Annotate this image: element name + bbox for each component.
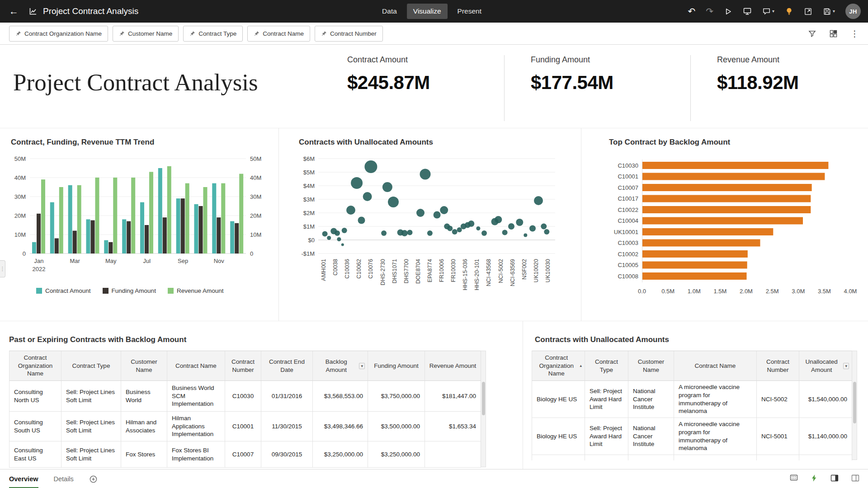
table-cell[interactable]: $3,568,553.00: [313, 381, 368, 412]
legend-item[interactable]: Contract Amount: [36, 287, 91, 294]
bar[interactable]: [95, 178, 99, 253]
bar[interactable]: [642, 162, 828, 169]
undo-icon[interactable]: ↶: [688, 7, 695, 16]
bubble[interactable]: [346, 206, 355, 215]
table-cell[interactable]: Consulting North US: [9, 381, 61, 412]
bubble[interactable]: [427, 230, 433, 236]
table-cell[interactable]: $3,250,000.00: [368, 441, 425, 468]
table-cell[interactable]: Fox Stores: [121, 441, 167, 468]
bar[interactable]: [50, 202, 54, 253]
bar[interactable]: [642, 217, 803, 225]
bubble[interactable]: [322, 231, 328, 237]
column-header[interactable]: Contract Number: [225, 351, 261, 381]
bubble[interactable]: [476, 226, 480, 230]
column-menu-icon[interactable]: ▾: [843, 363, 849, 369]
bar[interactable]: [145, 225, 149, 253]
table-cell[interactable]: [425, 441, 481, 468]
canvas-tab-overview[interactable]: Overview: [9, 469, 38, 488]
table-cell[interactable]: Biology HE US: [532, 381, 585, 418]
kpi-revenue-amount[interactable]: Revenue Amount $118.92M: [717, 55, 853, 94]
bubble[interactable]: [508, 223, 514, 230]
bubble[interactable]: [529, 225, 536, 232]
auto-refresh-bolt-icon[interactable]: [810, 474, 818, 484]
more-options-icon[interactable]: ⋮: [850, 29, 859, 38]
open-in-new-icon[interactable]: [804, 7, 812, 16]
canvas-tab-details[interactable]: Details: [54, 469, 74, 488]
nav-tab-data[interactable]: Data: [376, 4, 403, 19]
column-header[interactable]: Unallocated Amount▾: [799, 351, 852, 381]
bubble[interactable]: [327, 236, 331, 240]
bar[interactable]: [149, 172, 153, 253]
unallocated-bubble-chart[interactable]: $6M$5M$4M$3M$2M$1M$0-$1MAMH001C0038C1003…: [278, 128, 581, 321]
back-button[interactable]: ←: [9, 6, 19, 17]
bar[interactable]: [91, 221, 95, 254]
bubble[interactable]: [342, 228, 347, 233]
bar[interactable]: [131, 178, 135, 253]
bar[interactable]: [642, 262, 747, 269]
column-header[interactable]: Contract Number: [757, 351, 799, 381]
bar[interactable]: [176, 198, 180, 253]
bubble[interactable]: [381, 230, 387, 236]
table-cell[interactable]: C10001: [225, 412, 261, 441]
bar[interactable]: [212, 183, 216, 253]
bar[interactable]: [181, 198, 185, 253]
table-cell[interactable]: Biology HE US: [532, 418, 585, 455]
bar[interactable]: [642, 184, 812, 191]
bubble[interactable]: [447, 226, 453, 231]
layout-grid-icon[interactable]: [829, 29, 838, 38]
bubble[interactable]: [401, 230, 408, 236]
bar[interactable]: [230, 221, 234, 253]
bar[interactable]: [68, 185, 72, 253]
table-cell[interactable]: A microneedle vaccine program for immuno…: [674, 418, 757, 455]
table-cell[interactable]: $3,500,000.00: [368, 412, 425, 441]
column-header[interactable]: Contract Type: [585, 351, 628, 381]
table-cell[interactable]: $3,498,346.66: [313, 412, 368, 441]
scrollbar-thumb[interactable]: [853, 382, 856, 423]
bubble[interactable]: [364, 160, 377, 173]
present-screen-icon[interactable]: [743, 7, 752, 16]
bar[interactable]: [32, 242, 36, 253]
bubble[interactable]: [434, 211, 441, 219]
bar[interactable]: [642, 239, 760, 247]
bar[interactable]: [163, 217, 167, 253]
top-backlog-bar-chart[interactable]: C10030C10001C10007C10017C10022C10004UK10…: [581, 128, 868, 309]
bubble[interactable]: [534, 196, 543, 205]
table-cell[interactable]: National Cancer Institute: [628, 381, 674, 418]
bar[interactable]: [239, 174, 243, 253]
nav-tab-visualize[interactable]: Visualize: [407, 4, 448, 19]
table-cell[interactable]: 11/30/2015: [261, 412, 313, 441]
column-header[interactable]: Contract Organization Name▴: [532, 351, 585, 381]
column-header[interactable]: Revenue Amount: [425, 351, 481, 381]
bubble[interactable]: [358, 217, 365, 224]
bubble[interactable]: [388, 197, 399, 207]
bar[interactable]: [127, 221, 131, 253]
table-cell[interactable]: Hilman and Associates: [121, 412, 167, 441]
filter-chip[interactable]: Contract Organization Name: [9, 26, 108, 42]
table-cell[interactable]: $1,540,000.00: [799, 381, 852, 418]
bubble[interactable]: [452, 229, 458, 235]
table-cell[interactable]: C10007: [225, 441, 261, 468]
bar[interactable]: [199, 206, 203, 253]
auto-insights-bulb-icon[interactable]: [785, 7, 793, 16]
save-icon[interactable]: ▾: [823, 7, 835, 16]
bar[interactable]: [642, 206, 811, 213]
table-cell[interactable]: Sell: Project Lines Soft Limit: [61, 381, 121, 412]
bubble[interactable]: [335, 230, 340, 236]
bar[interactable]: [185, 183, 189, 253]
table-scrollbar[interactable]: [852, 351, 857, 460]
bubble[interactable]: [416, 209, 425, 217]
bubble[interactable]: [516, 219, 523, 226]
table-cell[interactable]: $3,250,000.00: [313, 441, 368, 468]
bar[interactable]: [140, 202, 144, 253]
table-cell[interactable]: $1,140,000.00: [799, 418, 852, 455]
legend-item[interactable]: Funding Amount: [103, 287, 156, 294]
table-cell[interactable]: Consulting East US: [9, 441, 61, 468]
column-header[interactable]: Funding Amount: [368, 351, 425, 381]
right-panel-toggle-icon[interactable]: [830, 474, 839, 484]
table-cell[interactable]: Sell: Project Lines Soft Limit: [61, 441, 121, 468]
bubble[interactable]: [544, 229, 549, 235]
table-cell[interactable]: Sell: Project Lines Soft Limit: [61, 412, 121, 441]
filter-icon[interactable]: [808, 29, 816, 38]
table-cell[interactable]: Consulting South US: [9, 412, 61, 441]
table-cell[interactable]: 09/30/2015: [261, 441, 313, 468]
